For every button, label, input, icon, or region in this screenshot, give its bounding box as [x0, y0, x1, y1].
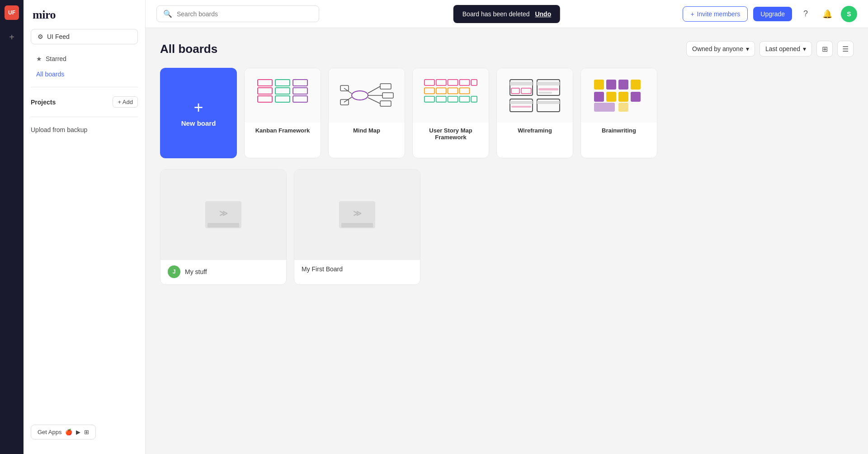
- board-preview: ≫: [160, 170, 286, 260]
- svg-rect-33: [471, 96, 477, 102]
- svg-rect-35: [510, 82, 533, 85]
- template-brainwriting[interactable]: Brainwriting: [580, 68, 657, 158]
- svg-rect-50: [631, 80, 641, 90]
- svg-rect-51: [594, 92, 604, 102]
- svg-rect-22: [448, 80, 458, 85]
- svg-point-9: [352, 91, 368, 100]
- list-icon: ☰: [842, 45, 849, 53]
- plus-icon: +: [690, 10, 694, 18]
- content-area: All boards Owned by anyone ▾ Last opened…: [146, 28, 868, 454]
- template-name: Kanban Framework: [245, 123, 321, 138]
- svg-rect-25: [425, 88, 434, 94]
- help-button[interactable]: ?: [797, 6, 814, 22]
- svg-rect-14: [382, 93, 393, 98]
- svg-rect-27: [448, 88, 458, 94]
- svg-rect-24: [471, 80, 477, 85]
- upgrade-button[interactable]: Upgrade: [753, 7, 792, 21]
- notifications-button[interactable]: 🔔: [819, 6, 835, 22]
- search-bar[interactable]: 🔍: [156, 5, 319, 22]
- template-preview: [413, 68, 489, 123]
- sidebar-item-starred[interactable]: ★ Starred: [31, 52, 138, 66]
- sidebar-item-all-boards[interactable]: All boards: [31, 67, 138, 81]
- template-preview: [329, 68, 405, 123]
- board-preview: ≫: [294, 170, 420, 260]
- board-name: My stuff: [185, 268, 207, 275]
- new-board-card[interactable]: + New board: [160, 68, 237, 158]
- user-avatar[interactable]: S: [841, 6, 857, 22]
- template-mindmap[interactable]: Mind Map: [328, 68, 405, 158]
- board-card-my-first-board[interactable]: ≫ My First Board: [294, 169, 420, 285]
- upload-from-backup[interactable]: Upload from backup: [24, 123, 145, 137]
- board-preview-icon: ≫: [205, 201, 241, 228]
- svg-rect-48: [606, 80, 616, 90]
- svg-rect-7: [293, 88, 307, 94]
- svg-rect-52: [606, 92, 616, 102]
- add-project-button[interactable]: + Add: [113, 96, 138, 108]
- far-sidebar: UF +: [0, 0, 24, 454]
- sidebar-divider-2: [31, 117, 138, 117]
- undo-button[interactable]: Undo: [535, 10, 551, 18]
- svg-line-10: [368, 86, 380, 93]
- search-input[interactable]: [177, 10, 312, 18]
- new-board-label: New board: [181, 119, 216, 127]
- grid-view-toggle[interactable]: ⊞: [816, 41, 833, 57]
- board-preview-icon: ≫: [339, 201, 375, 228]
- template-preview: [245, 68, 321, 123]
- template-wireframing[interactable]: Wireframing: [496, 68, 573, 158]
- board-card-my-stuff[interactable]: ≫ J My stuff: [160, 169, 287, 285]
- svg-text:≫: ≫: [353, 209, 362, 218]
- star-icon: ★: [36, 55, 42, 62]
- svg-rect-28: [459, 88, 469, 94]
- svg-rect-21: [436, 80, 446, 85]
- list-view-toggle[interactable]: ☰: [837, 41, 854, 57]
- templates-grid: + New board: [160, 68, 854, 158]
- template-name: User Story Map Framework: [413, 123, 489, 145]
- board-info: J My stuff: [160, 260, 286, 284]
- page-title: All boards: [160, 42, 217, 56]
- svg-rect-61: [341, 223, 373, 227]
- sidebar-divider: [31, 87, 138, 87]
- toast-notification: Board has been deleted Undo: [453, 5, 560, 23]
- sort-filter[interactable]: Last opened ▾: [760, 41, 812, 57]
- owner-filter[interactable]: Owned by anyone ▾: [686, 41, 755, 57]
- svg-rect-30: [436, 96, 446, 102]
- template-name: Wireframing: [497, 123, 573, 138]
- svg-rect-23: [459, 80, 469, 85]
- board-name: My First Board: [302, 265, 343, 273]
- template-userstory[interactable]: User Story Map Framework: [412, 68, 489, 158]
- svg-rect-4: [275, 88, 290, 94]
- svg-rect-55: [594, 103, 615, 112]
- svg-rect-53: [618, 92, 628, 102]
- svg-rect-20: [425, 80, 434, 85]
- svg-rect-8: [293, 96, 307, 102]
- topbar-right: + Invite members Upgrade ? 🔔 S: [683, 6, 857, 22]
- sidebar-bottom: Get Apps 🍎 ▶ ⊞: [24, 417, 145, 447]
- invite-members-button[interactable]: + Invite members: [683, 6, 748, 22]
- board-info: My First Board: [294, 260, 420, 279]
- svg-rect-39: [537, 82, 560, 85]
- ui-feed-button[interactable]: ⚙ UI Feed: [31, 29, 138, 44]
- svg-rect-41: [538, 92, 552, 94]
- svg-text:≫: ≫: [219, 209, 228, 218]
- apple-icon: 🍎: [65, 429, 72, 435]
- sidebar-nav: ★ Starred All boards: [24, 52, 145, 81]
- add-workspace-button[interactable]: +: [5, 31, 18, 43]
- svg-rect-40: [538, 88, 558, 90]
- board-owner-avatar: J: [168, 265, 180, 278]
- svg-rect-13: [380, 84, 391, 89]
- android-icon: ▶: [76, 429, 80, 435]
- get-apps-button[interactable]: Get Apps 🍎 ▶ ⊞: [31, 425, 96, 440]
- svg-rect-5: [275, 96, 290, 102]
- svg-rect-54: [631, 92, 641, 102]
- miro-logo: miro: [24, 7, 145, 29]
- svg-rect-44: [511, 106, 531, 108]
- workspace-avatar[interactable]: UF: [5, 5, 19, 20]
- svg-rect-31: [448, 96, 458, 102]
- template-kanban[interactable]: Kanban Framework: [244, 68, 321, 158]
- grid-icon: ⊞: [822, 45, 828, 53]
- topbar: 🔍 Board has been deleted Undo + Invite m…: [146, 0, 868, 28]
- main-area: 🔍 Board has been deleted Undo + Invite m…: [146, 0, 868, 454]
- svg-rect-3: [275, 80, 290, 86]
- svg-rect-15: [380, 101, 391, 106]
- svg-rect-29: [425, 96, 434, 102]
